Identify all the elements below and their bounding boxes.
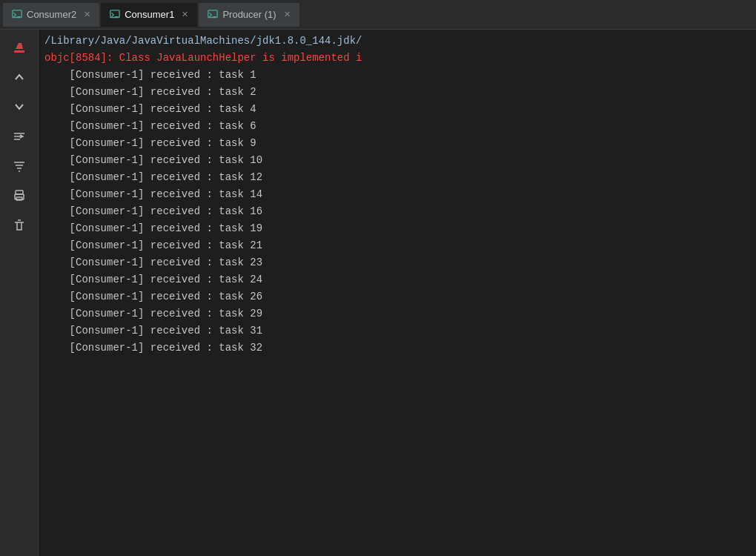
- trash-icon: [13, 219, 26, 232]
- wrap-button[interactable]: [7, 125, 31, 148]
- log-line: [Consumer-1] received : task 32: [39, 340, 756, 357]
- clear-button[interactable]: [7, 36, 31, 59]
- console-output[interactable]: /Library/Java/JavaVirtualMachines/jdk1.8…: [39, 30, 756, 556]
- log-line: [Consumer-1] received : task 14: [39, 186, 756, 203]
- filter-icon: [13, 159, 26, 173]
- scroll-down-button[interactable]: [7, 95, 31, 119]
- log-line: [Consumer-1] received : task 16: [39, 203, 756, 220]
- svg-marker-7: [16, 43, 23, 49]
- path-line: /Library/Java/JavaVirtualMachines/jdk1.8…: [39, 33, 756, 50]
- tab-consumer2[interactable]: Consumer2 ✕: [3, 3, 99, 27]
- log-line: [Consumer-1] received : task 31: [39, 322, 756, 340]
- tab-bar: Consumer2 ✕ Consumer1 ✕ Producer (1) ✕: [0, 0, 756, 30]
- error-line: objc[8584]: Class JavaLaunchHelper is im…: [39, 50, 756, 67]
- log-line: [Consumer-1] received : task 9: [39, 135, 756, 152]
- arrow-down-icon: [13, 100, 26, 113]
- log-line: [Consumer-1] received : task 1: [39, 67, 756, 84]
- log-line: [Consumer-1] received : task 6: [39, 118, 756, 135]
- console-icon: [12, 10, 22, 20]
- svg-rect-17: [16, 197, 22, 200]
- tab-producer-close[interactable]: ✕: [284, 10, 291, 19]
- tab-producer[interactable]: Producer (1) ✕: [199, 3, 299, 27]
- filter-button[interactable]: [7, 154, 31, 178]
- log-line: [Consumer-1] received : task 21: [39, 237, 756, 254]
- print-icon: [13, 189, 26, 202]
- log-line: [Consumer-1] received : task 4: [39, 101, 756, 118]
- eraser-icon: [13, 41, 26, 54]
- log-line: [Consumer-1] received : task 10: [39, 152, 756, 169]
- tab-consumer1-close[interactable]: ✕: [182, 10, 188, 19]
- svg-rect-6: [14, 50, 24, 53]
- tab-producer-label: Producer (1): [222, 9, 276, 20]
- log-lines: [Consumer-1] received : task 1 [Consumer…: [39, 67, 756, 357]
- main-area: /Library/Java/JavaVirtualMachines/jdk1.8…: [0, 30, 756, 556]
- wrap-icon: [13, 130, 26, 143]
- tab-consumer1-label: Consumer1: [125, 9, 174, 20]
- console-icon-3: [208, 10, 218, 20]
- print-button[interactable]: [7, 184, 31, 208]
- delete-button[interactable]: [7, 214, 31, 237]
- arrow-up-icon: [13, 70, 26, 84]
- log-line: [Consumer-1] received : task 24: [39, 271, 756, 288]
- sidebar: [0, 30, 39, 556]
- console-icon-2: [110, 10, 120, 20]
- tab-consumer2-close[interactable]: ✕: [84, 10, 90, 19]
- tab-consumer2-label: Consumer2: [27, 9, 76, 20]
- log-line: [Consumer-1] received : task 29: [39, 305, 756, 322]
- log-line: [Consumer-1] received : task 26: [39, 288, 756, 305]
- log-line: [Consumer-1] received : task 2: [39, 84, 756, 101]
- log-line: [Consumer-1] received : task 23: [39, 254, 756, 271]
- log-line: [Consumer-1] received : task 19: [39, 220, 756, 237]
- tab-consumer1[interactable]: Consumer1 ✕: [101, 3, 197, 27]
- scroll-up-button[interactable]: [7, 65, 31, 89]
- log-line: [Consumer-1] received : task 12: [39, 169, 756, 186]
